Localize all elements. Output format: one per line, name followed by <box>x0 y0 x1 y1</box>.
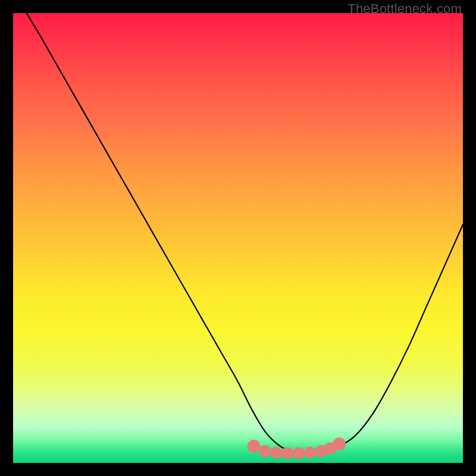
curve-svg <box>13 13 463 463</box>
valley-marker <box>293 447 305 459</box>
valley-marker <box>259 445 271 457</box>
plot-area <box>13 13 463 463</box>
valley-marker <box>281 447 293 459</box>
bottleneck-curve <box>27 13 463 453</box>
valley-marker <box>270 446 282 458</box>
valley-marker <box>248 440 261 453</box>
valley-marker <box>333 437 346 450</box>
chart-frame: TheBottleneck.com <box>0 0 476 476</box>
valley-marker <box>304 446 316 458</box>
valley-markers <box>248 437 346 459</box>
